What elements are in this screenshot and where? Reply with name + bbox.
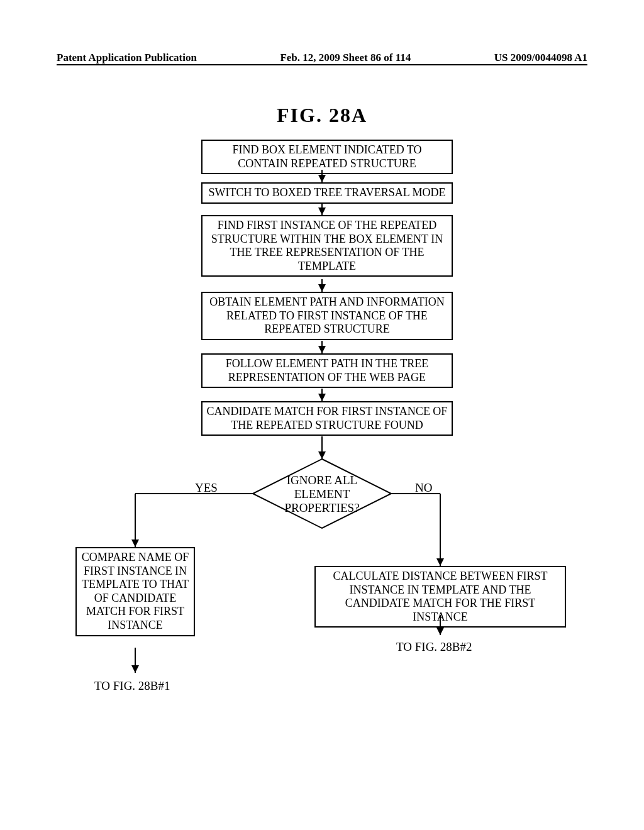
label-no: NO — [415, 481, 432, 495]
label-yes: YES — [195, 481, 218, 495]
step-find-first-instance: FIND FIRST INSTANCE OF THE REPEATED STRU… — [201, 215, 453, 277]
page-header: Patent Application Publication Feb. 12, … — [0, 52, 644, 64]
decision-ignore-properties: IGNORE ALL ELEMENT PROPERTIES? — [270, 473, 374, 515]
label-to-28b1: TO FIG. 28B#1 — [94, 679, 170, 693]
header-mid: Feb. 12, 2009 Sheet 86 of 114 — [280, 52, 411, 64]
header-right: US 2009/0044098 A1 — [494, 52, 587, 64]
step-switch-mode: SWITCH TO BOXED TREE TRAVERSAL MODE — [201, 182, 453, 204]
header-left: Patent Application Publication — [57, 52, 197, 64]
header-rule — [57, 64, 587, 65]
page: Patent Application Publication Feb. 12, … — [0, 0, 644, 830]
step-obtain-path: OBTAIN ELEMENT PATH AND INFORMATION RELA… — [201, 292, 453, 340]
step-compare-name: COMPARE NAME OF FIRST INSTANCE IN TEMPLA… — [75, 547, 195, 636]
label-to-28b2: TO FIG. 28B#2 — [396, 640, 472, 654]
figure-title: FIG. 28A — [0, 104, 644, 127]
step-find-box-element: FIND BOX ELEMENT INDICATED TO CONTAIN RE… — [201, 140, 453, 174]
step-follow-path: FOLLOW ELEMENT PATH IN THE TREE REPRESEN… — [201, 353, 453, 388]
step-candidate-match: CANDIDATE MATCH FOR FIRST INSTANCE OF TH… — [201, 401, 453, 436]
step-calculate-distance: CALCULATE DISTANCE BETWEEN FIRST INSTANC… — [314, 566, 566, 628]
